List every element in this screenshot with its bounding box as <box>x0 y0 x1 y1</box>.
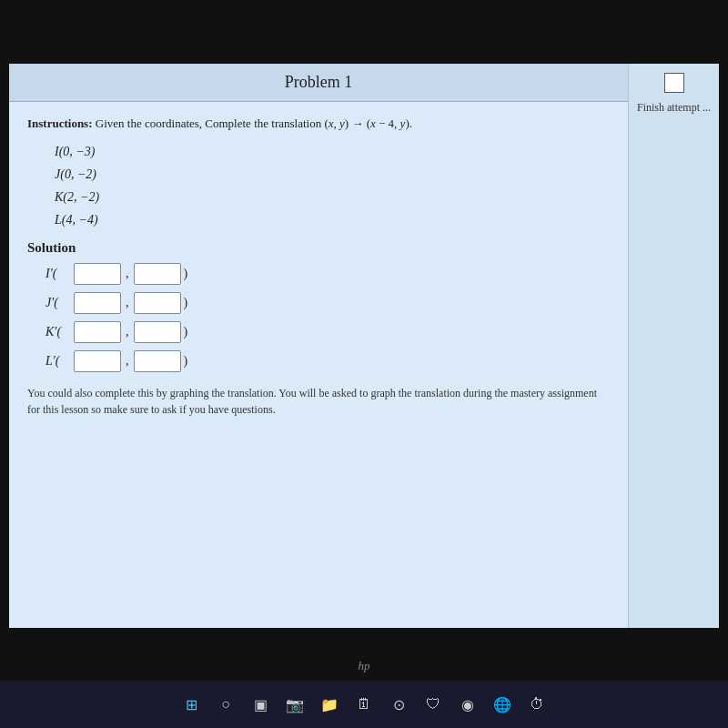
solution-row-K: K′( , ) <box>46 321 610 343</box>
paren-I: ) <box>184 267 188 281</box>
screen-wrapper: Problem 1 Instructions: Given the coordi… <box>0 0 728 728</box>
input-I-y[interactable] <box>134 263 181 285</box>
problem-body: Instructions: Given the coordinates, Com… <box>9 102 628 628</box>
solution-row-L: L′( , ) <box>46 350 610 372</box>
paren-K: ) <box>184 325 188 339</box>
content-area: Problem 1 Instructions: Given the coordi… <box>9 64 719 628</box>
instructions-text: Given the coordinates, Complete the tran… <box>96 116 412 130</box>
point-label-J: J′( <box>46 296 71 310</box>
comma-I: , <box>126 267 129 281</box>
globe-icon[interactable]: 🌐 <box>491 693 513 715</box>
coord-J: J(0, −2) <box>55 163 610 186</box>
main-panel: Problem 1 Instructions: Given the coordi… <box>9 64 628 628</box>
windows-icon[interactable]: ⊞ <box>180 693 202 715</box>
solution-rows: I′( , ) J′( , ) <box>46 263 610 372</box>
comma-L: , <box>126 354 129 369</box>
instructions-label: Instructions: <box>27 116 93 130</box>
taskview-icon[interactable]: ▣ <box>249 693 271 715</box>
point-label-L: L′( <box>46 354 71 369</box>
side-panel: Finish attempt ... <box>628 64 719 628</box>
point-label-K: K′( <box>46 325 71 339</box>
coord-I: I(0, −3) <box>55 140 610 163</box>
camera-icon[interactable]: 📷 <box>284 693 306 715</box>
input-I-x[interactable] <box>74 263 121 285</box>
taskbar: ⊞ ○ ▣ 📷 📁 🗓 ⊙ 🛡 ◉ 🌐 ⏱ <box>0 681 728 728</box>
coord-K: K(2, −2) <box>55 186 610 208</box>
circle-icon[interactable]: ◉ <box>457 693 479 715</box>
input-L-y[interactable] <box>134 350 181 372</box>
input-L-x[interactable] <box>74 350 121 372</box>
folder-icon[interactable]: 📁 <box>318 693 340 715</box>
footer-note: You could also complete this by graphing… <box>27 385 610 418</box>
input-K-y[interactable] <box>134 321 181 343</box>
paren-L: ) <box>184 354 188 369</box>
problem-title: Problem 1 <box>9 64 628 102</box>
coord-L: L(4, −4) <box>55 208 610 231</box>
hp-logo: hp <box>359 659 370 673</box>
coordinates-list: I(0, −3) J(0, −2) K(2, −2) L(4, −4) <box>55 140 610 232</box>
solution-row-J: J′( , ) <box>46 292 610 314</box>
shield-icon[interactable]: 🛡 <box>422 693 444 715</box>
instructions-line: Instructions: Given the coordinates, Com… <box>27 115 610 133</box>
input-J-x[interactable] <box>74 292 121 314</box>
solution-label: Solution <box>27 240 610 256</box>
point-label-I: I′( <box>46 267 71 281</box>
search-icon[interactable]: ○ <box>215 693 237 715</box>
finish-checkbox[interactable] <box>664 73 684 93</box>
comma-K: , <box>126 325 129 339</box>
input-J-y[interactable] <box>134 292 181 314</box>
solution-row-I: I′( , ) <box>46 263 610 285</box>
clock-icon[interactable]: ⏱ <box>526 693 548 715</box>
input-K-x[interactable] <box>74 321 121 343</box>
paren-J: ) <box>184 296 188 310</box>
comma-J: , <box>126 296 129 310</box>
browser-icon[interactable]: ⊙ <box>388 693 410 715</box>
calendar-icon[interactable]: 🗓 <box>353 693 375 715</box>
finish-attempt-button[interactable]: Finish attempt ... <box>637 100 711 116</box>
